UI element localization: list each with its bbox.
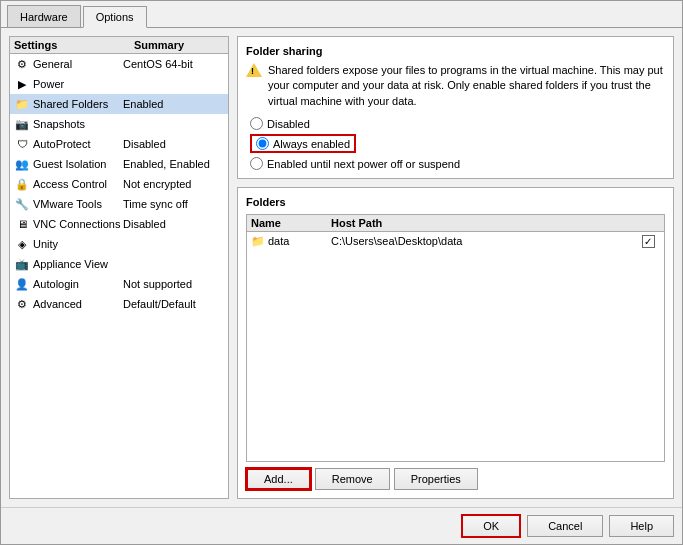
settings-row-appliance-view[interactable]: 📺 Appliance View [10,254,228,274]
col-name-header: Name [251,217,331,229]
guest-isolation-label: Guest Isolation [33,158,123,170]
folders-table: Name Host Path 📁 data C:\Users\sea\Deskt… [246,214,665,462]
properties-button[interactable]: Properties [394,468,478,490]
vmware-tools-label: VMware Tools [33,198,123,210]
access-control-label: Access Control [33,178,123,190]
folder-sharing-section: Folder sharing Shared folders expose you… [237,36,674,179]
settings-panel: Settings Summary ⚙ General CentOS 64-bit… [9,36,229,499]
row-checkbox[interactable]: ✓ [642,235,655,248]
settings-row-unity[interactable]: ◈ Unity [10,234,228,254]
folders-section: Folders Name Host Path 📁 data C:\Users\s… [237,187,674,499]
settings-row-vnc[interactable]: 🖥 VNC Connections Disabled [10,214,228,234]
vnc-label: VNC Connections [33,218,123,230]
settings-row-autologin[interactable]: 👤 Autologin Not supported [10,274,228,294]
warning-icon [246,63,262,77]
settings-row-shared-folders[interactable]: 📁 Shared Folders Enabled [10,94,228,114]
radio-group: Disabled Always enabled Enabled until ne… [250,117,665,170]
row-name-cell: 📁 data [251,235,331,248]
table-header: Name Host Path [247,215,664,232]
snapshots-label: Snapshots [33,118,123,130]
settings-row-general[interactable]: ⚙ General CentOS 64-bit [10,54,228,74]
radio-until-power-off-input[interactable] [250,157,263,170]
vnc-value: Disabled [123,218,224,230]
vmware-tools-icon: 🔧 [14,196,30,212]
advanced-label: Advanced [33,298,123,310]
row-check-cell[interactable]: ✓ [636,235,660,248]
warning-text: Shared folders expose your files to prog… [268,63,665,109]
autoprotect-icon: 🛡 [14,136,30,152]
shared-folders-value: Enabled [123,98,224,110]
table-row[interactable]: 📁 data C:\Users\sea\Desktop\data ✓ [247,232,664,250]
guest-isolation-value: Enabled, Enabled [123,158,224,170]
right-panel: Folder sharing Shared folders expose you… [237,36,674,499]
ok-button[interactable]: OK [461,514,521,538]
autoprotect-value: Disabled [123,138,224,150]
row-path-cell: C:\Users\sea\Desktop\data [331,235,636,247]
access-control-value: Not encrypted [123,178,224,190]
shared-folders-label: Shared Folders [33,98,123,110]
main-content: Settings Summary ⚙ General CentOS 64-bit… [1,28,682,507]
radio-always-enabled[interactable]: Always enabled [250,134,356,153]
power-icon: ▶ [14,76,30,92]
settings-row-power[interactable]: ▶ Power [10,74,228,94]
autoprotect-label: AutoProtect [33,138,123,150]
add-button[interactable]: Add... [246,468,311,490]
settings-row-vmware-tools[interactable]: 🔧 VMware Tools Time sync off [10,194,228,214]
appliance-view-label: Appliance View [33,258,123,270]
tab-bar: Hardware Options [1,1,682,28]
unity-label: Unity [33,238,123,250]
general-value: CentOS 64-bit [123,58,224,70]
advanced-icon: ⚙ [14,296,30,312]
cancel-button[interactable]: Cancel [527,515,603,537]
radio-disabled-input[interactable] [250,117,263,130]
row-name-text: data [268,235,289,247]
folder-sharing-title: Folder sharing [246,45,665,57]
settings-row-autoprotect[interactable]: 🛡 AutoProtect Disabled [10,134,228,154]
col-check-header [636,217,660,229]
settings-row-guest-isolation[interactable]: 👥 Guest Isolation Enabled, Enabled [10,154,228,174]
guest-isolation-icon: 👥 [14,156,30,172]
access-control-icon: 🔒 [14,176,30,192]
radio-disabled[interactable]: Disabled [250,117,665,130]
shared-folders-icon: 📁 [14,96,30,112]
snapshots-icon: 📷 [14,116,30,132]
settings-row-advanced[interactable]: ⚙ Advanced Default/Default [10,294,228,314]
help-button[interactable]: Help [609,515,674,537]
tab-hardware[interactable]: Hardware [7,5,81,27]
folders-title: Folders [246,196,665,208]
settings-col2-header: Summary [134,39,184,51]
unity-icon: ◈ [14,236,30,252]
row-folder-icon: 📁 [251,235,265,248]
radio-always-enabled-input[interactable] [256,137,269,150]
vmware-tools-value: Time sync off [123,198,224,210]
col-path-header: Host Path [331,217,636,229]
power-label: Power [33,78,123,90]
appliance-view-icon: 📺 [14,256,30,272]
advanced-value: Default/Default [123,298,224,310]
autologin-icon: 👤 [14,276,30,292]
warning-box: Shared folders expose your files to prog… [246,63,665,109]
general-label: General [33,58,123,70]
settings-header: Settings Summary [10,37,228,54]
radio-until-power-off[interactable]: Enabled until next power off or suspend [250,157,665,170]
bottom-bar: OK Cancel Help [1,507,682,544]
settings-row-snapshots[interactable]: 📷 Snapshots [10,114,228,134]
folder-buttons: Add... Remove Properties [246,468,665,490]
gear-icon: ⚙ [14,56,30,72]
settings-row-access-control[interactable]: 🔒 Access Control Not encrypted [10,174,228,194]
vnc-icon: 🖥 [14,216,30,232]
radio-until-power-off-label: Enabled until next power off or suspend [267,158,460,170]
autologin-label: Autologin [33,278,123,290]
radio-disabled-label: Disabled [267,118,310,130]
settings-col1-header: Settings [14,39,134,51]
tab-options[interactable]: Options [83,6,147,28]
radio-always-enabled-label: Always enabled [273,138,350,150]
autologin-value: Not supported [123,278,224,290]
remove-button[interactable]: Remove [315,468,390,490]
main-dialog: Hardware Options Settings Summary ⚙ Gene… [0,0,683,545]
